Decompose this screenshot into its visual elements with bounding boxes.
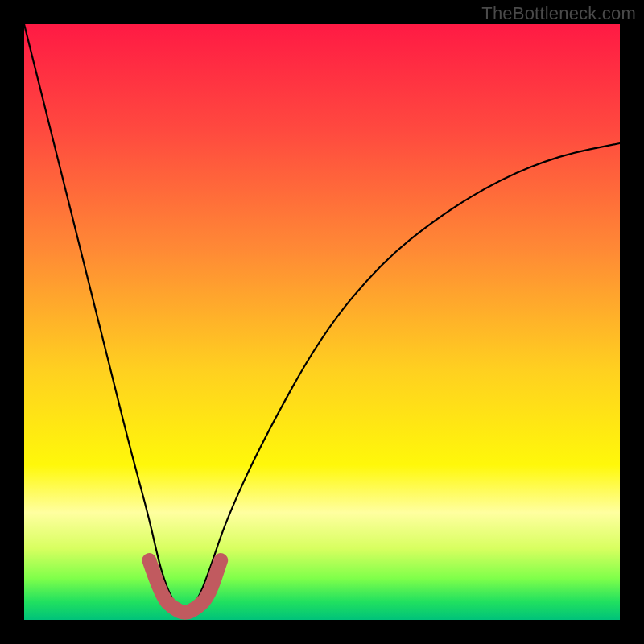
watermark-text: TheBottleneck.com bbox=[481, 3, 636, 24]
chart-plot-area bbox=[24, 24, 620, 620]
bottleneck-curve bbox=[24, 24, 620, 611]
curve-layer bbox=[24, 24, 620, 620]
